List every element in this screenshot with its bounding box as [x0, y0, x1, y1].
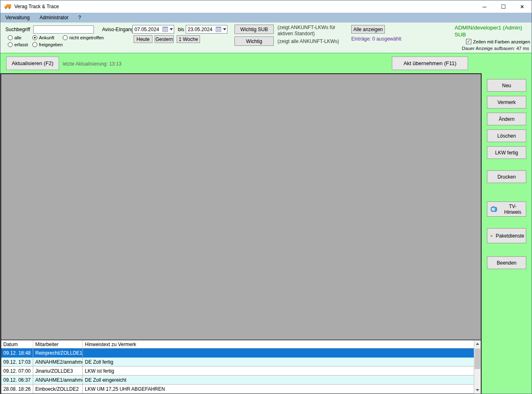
heute-button[interactable]: Heute: [134, 35, 152, 43]
colors-checkbox-row[interactable]: ✓ Zeilen mit Farben anzeigen: [466, 39, 530, 44]
radio-label: freigegeben: [39, 42, 63, 47]
app-window: Verag Track & Trace ─ ☐ ✕ Verwaltung Adm…: [0, 0, 532, 394]
date-from-picker[interactable]: 07.05.2024: [132, 25, 174, 34]
aktualisieren-button[interactable]: Aktualisieren (F2): [6, 57, 59, 70]
radio-label: Ankunft: [39, 35, 54, 40]
vermerk-button[interactable]: Vermerk: [487, 96, 526, 109]
radio-circle-icon: [8, 35, 13, 40]
cell-hinweis: LKW UM 17,25 UHR ABGEFAHREN: [83, 385, 474, 394]
table-row[interactable]: 09.12. 06:37 ANNAHME1/annahme1 DE Zoll e…: [1, 376, 474, 385]
search-input[interactable]: [33, 25, 94, 34]
bis-label: bis: [178, 27, 184, 32]
cell-mitarbeiter: Einboeck/ZOLLDE2: [33, 385, 83, 394]
cell-hinweis: DE Zoll eingereicht: [83, 376, 474, 385]
cell-mitarbeiter: Reinprecht/ZOLLDE1: [33, 349, 83, 358]
scrollbar-thumb[interactable]: [475, 349, 480, 369]
column-header-datum[interactable]: Datum: [1, 340, 33, 349]
paketdienste-button[interactable]: Paketdienste: [487, 228, 526, 243]
cell-hinweis: LKW ist fertig: [83, 367, 474, 376]
menu-bar: Verwaltung Administrator ?: [0, 13, 532, 23]
scroll-up-icon[interactable]: [474, 340, 481, 347]
chevron-down-icon[interactable]: [222, 28, 227, 30]
paketdienste-label: Paketdienste: [496, 233, 526, 239]
radio-ankunft[interactable]: Ankunft: [32, 35, 54, 40]
1-woche-button[interactable]: 1 Woche: [177, 35, 200, 43]
radio-circle-icon: [63, 35, 68, 40]
main-grid-area: Datum Mitarbeiter Hinweistext zu Vermerk…: [0, 73, 482, 394]
wichtig-button[interactable]: Wichtig: [234, 36, 274, 46]
table-row[interactable]: 28.08. 18:26 Einboeck/ZOLLDE2 LKW UM 17,…: [1, 385, 474, 394]
cell-datum: 09.12. 17:03: [1, 358, 33, 367]
alle-anzeigen-button[interactable]: Alle anzeigen: [351, 25, 385, 34]
table-header-row: Datum Mitarbeiter Hinweistext zu Vermerk: [1, 340, 474, 349]
filter-toolbar: Suchbegriff alle Ankunft nicht eingetrof…: [0, 23, 532, 53]
entries-status: Einträge: 0 ausgewählt: [351, 36, 401, 42]
action-bar: Aktualisieren (F2) letzte Aktualisierung…: [0, 53, 532, 73]
search-label: Suchbegriff: [5, 27, 30, 32]
radio-erfasst[interactable]: erfasst: [8, 42, 28, 47]
cell-mitarbeiter: ANNAHME1/annahme1: [33, 376, 83, 385]
column-header-mitarbeiter[interactable]: Mitarbeiter: [33, 340, 83, 349]
cell-datum: 28.08. 18:26: [1, 385, 33, 394]
lkw-fertig-button[interactable]: LKW fertig: [487, 146, 526, 159]
cell-mitarbeiter: ANNAHME2/annahme2: [33, 358, 83, 367]
column-header-hinweistext[interactable]: Hinweistext zu Vermerk: [83, 340, 474, 349]
maximize-icon[interactable]: ☐: [494, 0, 513, 13]
cell-hinweis: DE Zoll fertig: [83, 358, 474, 367]
user-info: ADMIN/developer1 (Admin) SUB: [455, 24, 522, 38]
tv-icon: [491, 206, 498, 213]
gestern-button[interactable]: Gestern: [155, 35, 174, 43]
date-from-value: 07.05.2024: [133, 27, 162, 32]
aendern-button[interactable]: Ändern: [487, 113, 526, 125]
menu-help[interactable]: ?: [73, 13, 86, 23]
window-title: Verag Track & Trace: [14, 4, 59, 9]
calendar-icon: [162, 27, 168, 32]
package-icon: [491, 233, 493, 239]
table-row[interactable]: 09.12. 07:00 Jinariu/ZOLLDE3 LKW ist fer…: [1, 367, 474, 376]
tv-hinweis-button[interactable]: TV-Hinweis: [487, 202, 526, 217]
cell-datum: 09.12. 06:37: [1, 376, 33, 385]
table-row[interactable]: 09.12. 18:48 Reinprecht/ZOLLDE1: [1, 349, 474, 358]
table-scrollbar[interactable]: [474, 340, 481, 394]
sidebar: Neu Vermerk Ändern Löschen LKW fertig Dr…: [482, 73, 532, 394]
radio-nicht-eingetroffen[interactable]: nicht eingetroffen: [63, 35, 104, 40]
wichtig-caption: (zeigt alle ANKUNFT-LKWs): [277, 38, 339, 45]
chevron-down-icon[interactable]: [169, 28, 174, 30]
close-icon[interactable]: ✕: [513, 0, 532, 13]
last-refresh-status: letzte Aktualisierung: 13:13: [63, 61, 121, 67]
table-row[interactable]: 09.12. 17:03 ANNAHME2/annahme2 DE Zoll f…: [1, 358, 474, 367]
wichtig-sub-button[interactable]: Wichtig SUB: [234, 25, 274, 34]
tv-hinweis-label: TV-Hinweis: [501, 204, 526, 215]
scroll-down-icon[interactable]: [474, 387, 481, 394]
user-line2: SUB: [455, 31, 522, 38]
menu-verwaltung[interactable]: Verwaltung: [0, 13, 34, 23]
checkbox-checked-icon[interactable]: ✓: [466, 39, 471, 44]
akt-uebernehmen-button[interactable]: Akt übernehmen (F11): [392, 57, 468, 70]
date-to-picker[interactable]: 23.05.2024: [186, 25, 227, 34]
radio-circle-icon: [32, 42, 37, 47]
radio-alle[interactable]: alle: [8, 35, 21, 40]
beenden-button[interactable]: Beenden: [487, 256, 526, 269]
colors-checkbox-label: Zeilen mit Farben anzeigen: [473, 39, 530, 44]
radio-freigegeben[interactable]: freigegeben: [32, 42, 63, 47]
radio-label: alle: [14, 35, 21, 40]
radio-circle-icon: [8, 42, 13, 47]
user-line1: ADMIN/developer1 (Admin): [455, 24, 522, 31]
minimize-icon[interactable]: ─: [475, 0, 494, 13]
radio-label: erfasst: [14, 42, 28, 47]
radio-circle-icon: [32, 35, 37, 40]
radio-label: nicht eingetroffen: [69, 35, 104, 40]
date-to-value: 23.05.2024: [186, 27, 216, 32]
aviso-eingang-label: Aviso-Eingang: [102, 27, 134, 32]
cell-mitarbeiter: Jinariu/ZOLLDE3: [33, 367, 83, 376]
duration-status: Dauer Anzeige aufbauen: 47 ms: [451, 46, 529, 51]
calendar-icon: [216, 27, 221, 32]
loeschen-button[interactable]: Löschen: [487, 129, 526, 142]
neu-button[interactable]: Neu: [487, 79, 526, 92]
wichtig-sub-caption: (zeigt ANKUNFT-LKWs für aktiven Standort…: [277, 25, 335, 37]
menu-administrator[interactable]: Administrator: [34, 13, 73, 23]
cell-datum: 09.12. 18:48: [1, 349, 33, 358]
truck-icon: [4, 4, 11, 9]
vermerk-table: Datum Mitarbeiter Hinweistext zu Vermerk…: [1, 340, 481, 394]
drucken-button[interactable]: Drucken: [487, 170, 526, 183]
